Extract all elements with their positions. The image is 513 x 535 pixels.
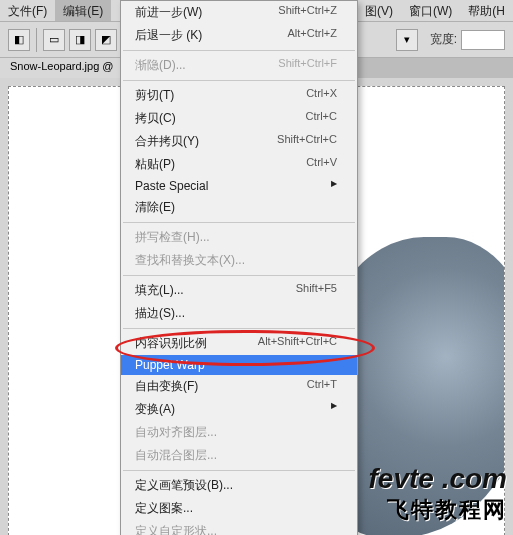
- menu-item-20[interactable]: 自由变换(F)Ctrl+T: [121, 375, 357, 398]
- menu-separator: [123, 328, 355, 329]
- menu-item-15[interactable]: 填充(L)...Shift+F5: [121, 279, 357, 302]
- menu-item-label: 拼写检查(H)...: [135, 229, 210, 246]
- width-input[interactable]: [461, 30, 505, 50]
- menu-separator: [123, 275, 355, 276]
- menu-item-10[interactable]: 清除(E): [121, 196, 357, 219]
- menu-edit[interactable]: 编辑(E): [55, 0, 111, 21]
- menu-item-shortcut: Shift+Ctrl+F: [278, 57, 337, 74]
- menu-item-label: 前进一步(W): [135, 4, 202, 21]
- width-label: 宽度:: [430, 31, 457, 48]
- menu-item-18[interactable]: 内容识别比例Alt+Shift+Ctrl+C: [121, 332, 357, 355]
- menu-item-label: 变换(A): [135, 401, 175, 418]
- menu-item-0[interactable]: 前进一步(W)Shift+Ctrl+Z: [121, 1, 357, 24]
- menu-item-8[interactable]: 粘贴(P)Ctrl+V: [121, 153, 357, 176]
- menu-item-9[interactable]: Paste Special: [121, 176, 357, 196]
- document-tab[interactable]: Snow-Leopard.jpg @: [0, 58, 125, 78]
- menu-item-label: 合并拷贝(Y): [135, 133, 199, 150]
- menu-item-shortcut: Shift+Ctrl+C: [277, 133, 337, 150]
- menu-item-label: 粘贴(P): [135, 156, 175, 173]
- menu-item-3: 渐隐(D)...Shift+Ctrl+F: [121, 54, 357, 77]
- menu-item-shortcut: Ctrl+T: [307, 378, 337, 395]
- menu-item-6[interactable]: 拷贝(C)Ctrl+C: [121, 107, 357, 130]
- menu-item-label: 填充(L)...: [135, 282, 184, 299]
- menu-item-label: 内容识别比例: [135, 335, 207, 352]
- menu-item-5[interactable]: 剪切(T)Ctrl+X: [121, 84, 357, 107]
- toolbar-separator: [36, 28, 37, 52]
- menu-item-label: 自动对齐图层...: [135, 424, 217, 441]
- menu-item-13: 查找和替换文本(X)...: [121, 249, 357, 272]
- menu-file[interactable]: 文件(F): [0, 0, 55, 21]
- toolbar-btn-2[interactable]: ◨: [69, 29, 91, 51]
- watermark-line2: 飞特教程网: [368, 495, 507, 525]
- menu-item-shortcut: Shift+F5: [296, 282, 337, 299]
- menu-item-23: 自动混合图层...: [121, 444, 357, 467]
- menu-separator: [123, 80, 355, 81]
- menu-item-label: 拷贝(C): [135, 110, 176, 127]
- menu-item-label: Puppet Warp: [135, 358, 205, 372]
- watermark: fevte .com 飞特教程网: [368, 463, 507, 525]
- menu-item-label: 渐隐(D)...: [135, 57, 186, 74]
- menu-item-22: 自动对齐图层...: [121, 421, 357, 444]
- menu-item-label: 定义自定形状...: [135, 523, 217, 535]
- toolbar-btn-3[interactable]: ◩: [95, 29, 117, 51]
- menu-item-shortcut: Ctrl+V: [306, 156, 337, 173]
- menu-item-7[interactable]: 合并拷贝(Y)Shift+Ctrl+C: [121, 130, 357, 153]
- menu-separator: [123, 470, 355, 471]
- toolbar-dropdown-1[interactable]: ▾: [396, 29, 418, 51]
- menu-item-shortcut: Ctrl+X: [306, 87, 337, 104]
- menu-item-label: 自动混合图层...: [135, 447, 217, 464]
- menu-item-label: 查找和替换文本(X)...: [135, 252, 245, 269]
- menu-view[interactable]: 图(V): [357, 0, 401, 21]
- menu-item-label: 定义图案...: [135, 500, 193, 517]
- menu-item-label: 描边(S)...: [135, 305, 185, 322]
- menu-item-shortcut: Ctrl+C: [306, 110, 337, 127]
- menu-item-25[interactable]: 定义画笔预设(B)...: [121, 474, 357, 497]
- crop-tool-icon[interactable]: ◧: [8, 29, 30, 51]
- menu-item-19[interactable]: Puppet Warp: [121, 355, 357, 375]
- menu-help[interactable]: 帮助(H: [460, 0, 513, 21]
- menu-item-21[interactable]: 变换(A): [121, 398, 357, 421]
- menu-item-shortcut: Shift+Ctrl+Z: [278, 4, 337, 21]
- menu-window[interactable]: 窗口(W): [401, 0, 460, 21]
- menu-item-label: Paste Special: [135, 179, 208, 193]
- menu-separator: [123, 50, 355, 51]
- menu-item-shortcut: Alt+Ctrl+Z: [287, 27, 337, 44]
- menu-item-label: 后退一步 (K): [135, 27, 202, 44]
- menu-item-26[interactable]: 定义图案...: [121, 497, 357, 520]
- menu-item-label: 清除(E): [135, 199, 175, 216]
- edit-menu-dropdown: 前进一步(W)Shift+Ctrl+Z后退一步 (K)Alt+Ctrl+Z渐隐(…: [120, 0, 358, 535]
- menu-item-label: 自由变换(F): [135, 378, 198, 395]
- menu-item-1[interactable]: 后退一步 (K)Alt+Ctrl+Z: [121, 24, 357, 47]
- toolbar-btn-1[interactable]: ▭: [43, 29, 65, 51]
- menu-item-shortcut: Alt+Shift+Ctrl+C: [258, 335, 337, 352]
- menu-item-12: 拼写检查(H)...: [121, 226, 357, 249]
- menu-item-label: 剪切(T): [135, 87, 174, 104]
- menu-item-label: 定义画笔预设(B)...: [135, 477, 233, 494]
- watermark-line1: fevte .com: [368, 463, 507, 495]
- menu-item-16[interactable]: 描边(S)...: [121, 302, 357, 325]
- menu-separator: [123, 222, 355, 223]
- menu-item-27: 定义自定形状...: [121, 520, 357, 535]
